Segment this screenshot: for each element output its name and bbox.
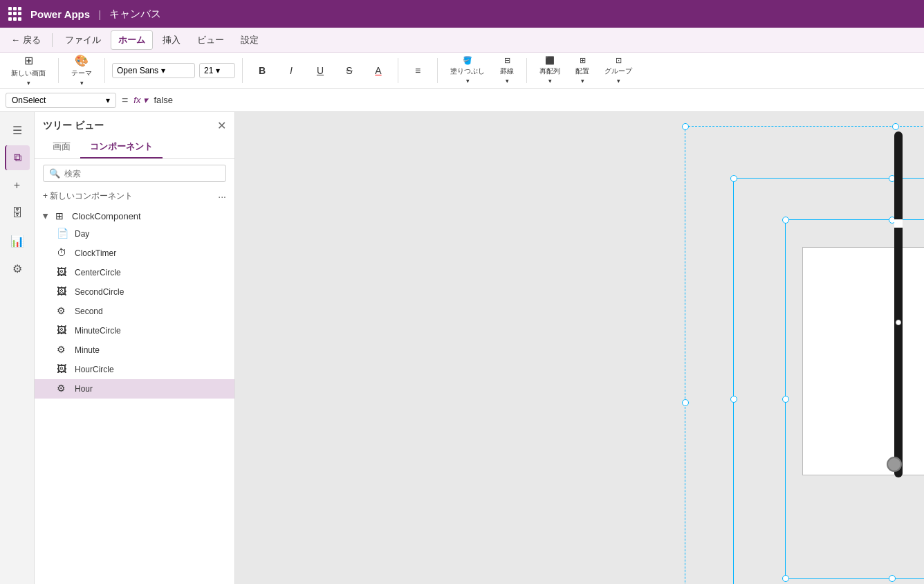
chevron-icon-3: ▾ (466, 77, 470, 84)
chevron-icon-5: ▾ (548, 77, 552, 84)
italic-icon: I (290, 65, 293, 76)
strikethrough-button[interactable]: S (337, 62, 362, 79)
chevron-down-icon: ▾ (27, 80, 30, 86)
tree-item-minute-circle[interactable]: 🖼 MinuteCircle ··· (35, 321, 234, 340)
handle-tl[interactable] (682, 123, 689, 130)
tree-items: ▶ ⊞ ClockComponent 📄 Day ··· ⏱ ClockTime… (35, 208, 234, 584)
font-size-input[interactable]: 21 ▾ (199, 63, 235, 78)
waffle-menu[interactable] (8, 7, 22, 21)
tree-item-day[interactable]: 📄 Day ··· (35, 224, 234, 244)
menu-settings[interactable]: 設定 (234, 31, 266, 49)
sidebar-chart[interactable]: 📊 (5, 228, 30, 253)
formula-bar: OnSelect ▾ = fx ▾ (0, 89, 924, 112)
search-input[interactable] (64, 169, 220, 179)
italic-button[interactable]: I (279, 62, 304, 79)
back-button[interactable]: ← 戻る (6, 31, 46, 49)
tab-screens[interactable]: 画面 (43, 136, 80, 158)
tree-item-clock-timer[interactable]: ⏱ ClockTimer ··· (35, 244, 234, 263)
new-screen-button[interactable]: ⊞ 新しい画面 ▾ (6, 53, 51, 89)
font-color-button[interactable]: A (366, 62, 391, 79)
sidebar-add[interactable]: + (5, 173, 30, 198)
back-label: 戻る (23, 34, 41, 46)
selector-chevron: ▾ (106, 95, 110, 105)
chevron-icon-7: ▾ (617, 77, 620, 84)
title-bar: Power Apps | キャンバス (0, 0, 924, 28)
section-clock-component[interactable]: ▶ ⊞ ClockComponent (35, 208, 234, 224)
clock-timer-label: ClockTimer (75, 248, 218, 258)
ribbon-sep-1 (58, 58, 59, 83)
handle-ml[interactable] (682, 399, 689, 406)
chevron-icon-4: ▾ (506, 77, 509, 84)
fill-button[interactable]: 🪣 塗りつぶし ▾ (445, 53, 490, 87)
chevron-icon: ▾ (161, 66, 165, 75)
underline-button[interactable]: U (308, 62, 333, 79)
back-arrow-icon: ← (11, 35, 20, 45)
handle3-bl[interactable] (782, 575, 789, 582)
ribbon-sep-3 (242, 58, 243, 83)
group-icon: ⊡ (616, 56, 622, 65)
new-screen-icon: ⊞ (24, 54, 33, 67)
tab-components[interactable]: コンポーネント (80, 136, 163, 158)
bold-button[interactable]: B (250, 62, 275, 79)
tree-item-second-circle[interactable]: 🖼 SecondCircle ··· (35, 282, 234, 302)
theme-button[interactable]: 🎨 テーマ ▾ (66, 53, 98, 89)
second-label: Second (75, 307, 218, 316)
page-name: キャンバス (109, 8, 161, 21)
clock-face-rect (802, 247, 924, 475)
sidebar-layers[interactable]: ⧉ (5, 145, 30, 170)
underline-icon: U (317, 65, 324, 76)
menu-insert[interactable]: 挿入 (156, 31, 187, 49)
tree-item-minute[interactable]: ⚙ Minute ··· (35, 340, 234, 360)
ribbon-sep-2 (104, 58, 105, 83)
border-button[interactable]: ⊟ 罫線 ▾ (495, 53, 519, 87)
canvas-area[interactable]: 88 (235, 112, 924, 584)
tree-item-hour[interactable]: ⚙ Hour ··· (35, 379, 234, 399)
handle3-tl[interactable] (782, 217, 789, 223)
handle2-ml[interactable] (730, 396, 737, 403)
hour-label: Hour (75, 384, 218, 394)
align-button[interactable]: ≡ (405, 62, 430, 79)
ribbon-sep-6 (526, 58, 527, 83)
day-label: Day (75, 229, 218, 239)
tree-actions-menu[interactable]: ··· (218, 191, 226, 202)
font-family-dropdown[interactable]: Open Sans ▾ (112, 63, 195, 78)
menu-home[interactable]: ホーム (111, 30, 153, 50)
menu-file[interactable]: ファイル (58, 31, 108, 49)
center-circle-icon: 🖼 (57, 266, 69, 279)
handle3-ml[interactable] (782, 396, 789, 403)
formula-selector[interactable]: OnSelect ▾ (6, 93, 116, 108)
new-component-button[interactable]: + 新しいコンポーネント (43, 190, 133, 202)
menu-view[interactable]: ビュー (190, 31, 231, 49)
clock-dot-upper (896, 320, 901, 325)
group-button[interactable]: ⊡ グループ ▾ (599, 53, 638, 87)
fx-button[interactable]: fx ▾ (133, 95, 148, 105)
section-name: ClockComponent (72, 211, 141, 221)
border-icon: ⊟ (504, 56, 510, 65)
theme-icon: 🎨 (75, 54, 89, 67)
formula-input[interactable] (154, 95, 918, 105)
sidebar-hamburger[interactable]: ☰ (5, 118, 30, 143)
tree-close-button[interactable]: ✕ (217, 119, 226, 132)
tree-item-second[interactable]: ⚙ Second ··· (35, 302, 234, 321)
center-circle-label: CenterCircle (75, 268, 218, 277)
sidebar-settings[interactable]: ⚙ (5, 256, 30, 281)
strikethrough-icon: S (346, 65, 352, 76)
handle-tc[interactable] (892, 123, 899, 130)
main-content: ☰ ⧉ + 🗄 📊 ⚙ ツリー ビュー ✕ 画面 コンポーネント 🔍 + 新しい… (0, 112, 924, 584)
font-color-icon: A (375, 65, 381, 76)
hour-circle-label: HourCircle (75, 365, 218, 374)
minute-circle-icon: 🖼 (57, 325, 69, 337)
handle2-tl[interactable] (730, 175, 737, 182)
tree-item-center-circle[interactable]: 🖼 CenterCircle ··· (35, 263, 234, 282)
handle3-bc[interactable] (889, 575, 896, 582)
chevron-icon-8: ▾ (143, 95, 148, 105)
equals-sign: = (122, 94, 128, 107)
chevron-down-icon-2: ▾ (80, 80, 84, 86)
layout-button[interactable]: ⊞ 配置 ▾ (570, 53, 595, 87)
sidebar-database[interactable]: 🗄 (5, 201, 30, 226)
clock-hand[interactable] (894, 131, 903, 477)
title-separator: | (98, 8, 101, 20)
waffle-icon (8, 7, 22, 21)
tree-item-hour-circle[interactable]: 🖼 HourCircle ··· (35, 360, 234, 379)
reorder-button[interactable]: ⬛ 再配列 ▾ (534, 53, 566, 87)
